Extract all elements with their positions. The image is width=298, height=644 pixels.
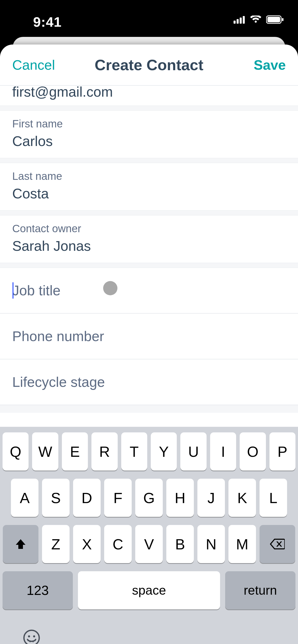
key-w[interactable]: W bbox=[32, 432, 58, 471]
key-k[interactable]: K bbox=[228, 479, 256, 517]
lifecycle-placeholder: Lifecycle stage bbox=[12, 374, 105, 390]
key-l[interactable]: L bbox=[260, 479, 287, 517]
numbers-key[interactable]: 123 bbox=[3, 571, 73, 609]
job-title-placeholder: Job title bbox=[12, 282, 61, 299]
modal-title: Create Contact bbox=[95, 56, 204, 74]
key-s[interactable]: S bbox=[42, 479, 70, 517]
lifecycle-stage-field[interactable]: Lifecycle stage bbox=[0, 359, 298, 405]
key-o[interactable]: O bbox=[240, 432, 266, 471]
touch-indicator bbox=[103, 281, 117, 295]
status-icons bbox=[234, 15, 284, 24]
key-z[interactable]: Z bbox=[42, 525, 70, 563]
key-h[interactable]: H bbox=[166, 479, 194, 517]
first-name-field[interactable]: First name Carlos bbox=[0, 111, 298, 158]
last-name-label: Last name bbox=[12, 170, 286, 182]
return-key[interactable]: return bbox=[225, 571, 295, 609]
key-e[interactable]: E bbox=[62, 432, 88, 471]
key-p[interactable]: P bbox=[269, 432, 295, 471]
modal-navbar: Cancel Create Contact Save bbox=[0, 45, 298, 85]
status-time: 9:41 bbox=[33, 14, 62, 30]
wifi-icon bbox=[250, 16, 262, 24]
svg-rect-3 bbox=[243, 16, 245, 24]
key-a[interactable]: A bbox=[11, 479, 38, 517]
create-contact-sheet: Cancel Create Contact Save first@gmail.c… bbox=[0, 45, 298, 644]
phone-number-field[interactable]: Phone number bbox=[0, 314, 298, 359]
ios-keyboard: QWERTYUIOP ASDFGHJKL ZXCVBNM 123 space r… bbox=[0, 427, 298, 644]
key-r[interactable]: R bbox=[91, 432, 117, 471]
backspace-key[interactable] bbox=[260, 525, 295, 563]
key-i[interactable]: I bbox=[210, 432, 236, 471]
text-cursor bbox=[12, 282, 13, 299]
svg-rect-5 bbox=[267, 17, 280, 22]
job-title-field[interactable]: Job title bbox=[0, 268, 298, 313]
contact-owner-field[interactable]: Contact owner Sarah Jonas bbox=[0, 215, 298, 263]
shift-key[interactable] bbox=[3, 525, 38, 563]
key-u[interactable]: U bbox=[180, 432, 206, 471]
key-f[interactable]: F bbox=[104, 479, 132, 517]
key-m[interactable]: M bbox=[228, 525, 256, 563]
svg-rect-2 bbox=[240, 18, 242, 24]
save-button[interactable]: Save bbox=[254, 57, 286, 73]
key-x[interactable]: X bbox=[73, 525, 101, 563]
svg-rect-1 bbox=[237, 19, 239, 24]
key-n[interactable]: N bbox=[197, 525, 225, 563]
key-d[interactable]: D bbox=[73, 479, 101, 517]
email-field[interactable]: first@gmail.com bbox=[0, 85, 298, 106]
key-j[interactable]: J bbox=[197, 479, 225, 517]
svg-rect-6 bbox=[282, 18, 283, 21]
space-key[interactable]: space bbox=[78, 571, 220, 609]
battery-icon bbox=[266, 15, 284, 24]
key-b[interactable]: B bbox=[166, 525, 194, 563]
last-name-field[interactable]: Last name Costa bbox=[0, 163, 298, 210]
key-t[interactable]: T bbox=[121, 432, 147, 471]
svg-rect-0 bbox=[234, 21, 236, 24]
emoji-key[interactable] bbox=[22, 629, 41, 644]
key-c[interactable]: C bbox=[104, 525, 132, 563]
key-g[interactable]: G bbox=[135, 479, 163, 517]
email-value: first@gmail.com bbox=[12, 85, 113, 100]
contact-owner-value: Sarah Jonas bbox=[12, 238, 286, 254]
key-y[interactable]: Y bbox=[151, 432, 177, 471]
phone-placeholder: Phone number bbox=[12, 328, 104, 344]
cancel-button[interactable]: Cancel bbox=[12, 57, 55, 73]
last-name-value: Costa bbox=[12, 185, 286, 202]
contact-owner-label: Contact owner bbox=[12, 223, 286, 235]
first-name-label: First name bbox=[12, 118, 286, 130]
cellular-icon bbox=[234, 16, 245, 24]
key-v[interactable]: V bbox=[135, 525, 163, 563]
first-name-value: Carlos bbox=[12, 133, 286, 149]
svg-point-9 bbox=[33, 635, 35, 637]
key-q[interactable]: Q bbox=[3, 432, 29, 471]
svg-point-8 bbox=[28, 635, 30, 637]
status-bar: 9:41 bbox=[0, 0, 298, 38]
